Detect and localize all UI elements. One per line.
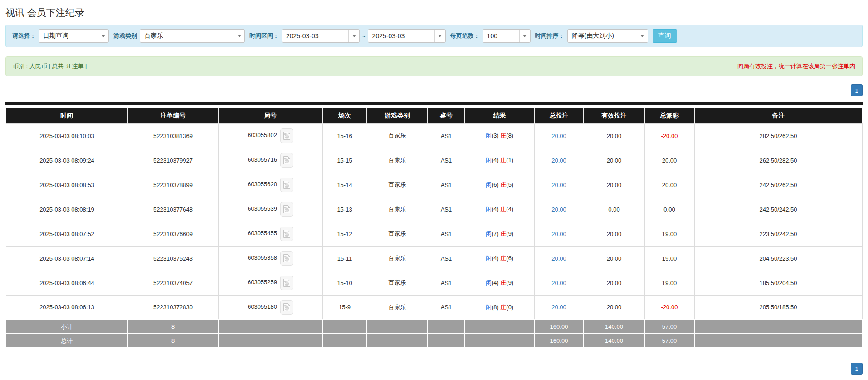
video-record-icon[interactable] bbox=[280, 128, 293, 143]
chevron-down-icon[interactable] bbox=[98, 30, 108, 42]
result-cell: 闲(7) 庄(9) bbox=[465, 222, 534, 246]
valid-bet-cell: 20.00 bbox=[584, 271, 644, 295]
col-header-remark: 备注 bbox=[694, 108, 862, 123]
banker-result: 庄 bbox=[500, 157, 506, 163]
total-bet-cell: 20.00 bbox=[534, 222, 584, 246]
remark-cell: 282.50/262.50 bbox=[694, 123, 862, 148]
valid-bet-cell: 20.00 bbox=[584, 173, 644, 197]
valid-bet-cell: 20.00 bbox=[584, 222, 644, 246]
result-cell: 闲(4) 庄(9) bbox=[465, 271, 534, 295]
total-bet-link[interactable]: 20.00 bbox=[551, 255, 566, 262]
col-header-bet-no: 注单编号 bbox=[128, 108, 218, 123]
table-row: 2025-03-03 08:06:44522310374057603055259… bbox=[6, 271, 862, 295]
video-record-icon[interactable] bbox=[280, 251, 293, 266]
subtotal-payout: 57.00 bbox=[644, 320, 694, 334]
session-cell: 15-11 bbox=[322, 246, 367, 271]
game-category-label: 游戏类别 bbox=[113, 32, 137, 40]
bet-number-cell: 522310372830 bbox=[128, 295, 218, 320]
remark-cell: 242.50/262.50 bbox=[694, 173, 862, 197]
session-cell: 15-14 bbox=[322, 173, 367, 197]
session-cell: 15-10 bbox=[322, 271, 367, 295]
time-cell: 2025-03-03 08:08:53 bbox=[6, 173, 128, 197]
round-number-cell: 603055358 bbox=[218, 246, 322, 271]
player-result: 闲 bbox=[486, 230, 492, 237]
col-header-result: 结果 bbox=[465, 108, 534, 123]
banker-result: 庄 bbox=[500, 279, 506, 286]
player-result: 闲 bbox=[486, 132, 492, 139]
session-cell: 15-12 bbox=[322, 222, 367, 246]
game-category-cell: 百家乐 bbox=[367, 173, 428, 197]
round-number-cell: 603055259 bbox=[218, 271, 322, 295]
col-header-session: 场次 bbox=[322, 108, 367, 123]
round-number-cell: 603055802 bbox=[218, 123, 322, 148]
total-bet-cell: 20.00 bbox=[534, 173, 584, 197]
total-bet-link[interactable]: 20.00 bbox=[551, 280, 566, 286]
subtotal-row: 小计 8 160.00 140.00 57.00 bbox=[6, 320, 862, 334]
total-bet-link[interactable]: 20.00 bbox=[551, 206, 566, 213]
total-bet-link[interactable]: 20.00 bbox=[551, 304, 566, 311]
chevron-down-icon[interactable] bbox=[434, 30, 445, 42]
pagination-bottom: 1 bbox=[5, 363, 863, 375]
summary-note-text: 同局有效投注，统一计算在该局第一张注单内 bbox=[737, 62, 855, 70]
table-number-cell: AS1 bbox=[428, 197, 465, 222]
video-record-icon[interactable] bbox=[280, 153, 293, 168]
result-cell: 闲(4) 庄(4) bbox=[465, 197, 534, 222]
time-sort-label: 时间排序： bbox=[535, 32, 565, 40]
table-row: 2025-03-03 08:10:03522310381369603055802… bbox=[6, 123, 862, 148]
remark-cell: 242.50/242.50 bbox=[694, 197, 862, 222]
total-bet-link[interactable]: 20.00 bbox=[551, 157, 566, 164]
bet-number-cell: 522310381369 bbox=[128, 123, 218, 148]
player-result: 闲 bbox=[486, 206, 492, 212]
video-record-icon[interactable] bbox=[280, 202, 293, 217]
game-category-cell: 百家乐 bbox=[367, 222, 428, 246]
total-bet-cell: 20.00 bbox=[534, 246, 584, 271]
page-1-button[interactable]: 1 bbox=[851, 363, 863, 375]
query-type-select[interactable]: 日期查询 bbox=[39, 29, 109, 43]
session-cell: 15-9 bbox=[322, 295, 367, 320]
result-cell: 闲(8) 庄(0) bbox=[465, 295, 534, 320]
video-record-icon[interactable] bbox=[280, 178, 293, 192]
banker-result: 庄 bbox=[500, 304, 506, 311]
total-bet-link[interactable]: 20.00 bbox=[551, 133, 566, 139]
round-number-cell: 603055455 bbox=[218, 222, 322, 246]
col-header-total-bet: 总投注 bbox=[534, 108, 584, 123]
game-category-select[interactable]: 百家乐 bbox=[140, 29, 245, 43]
chevron-down-icon[interactable] bbox=[234, 30, 244, 42]
page-1-button[interactable]: 1 bbox=[851, 84, 863, 96]
video-record-icon[interactable] bbox=[280, 300, 293, 315]
total-payout: 57.00 bbox=[644, 334, 694, 348]
bet-number-cell: 522310376609 bbox=[128, 222, 218, 246]
total-bet-cell: 20.00 bbox=[534, 123, 584, 148]
per-page-select[interactable]: 100 bbox=[483, 29, 531, 43]
video-record-icon[interactable] bbox=[280, 227, 293, 241]
col-header-table-no: 桌号 bbox=[428, 108, 465, 123]
time-cell: 2025-03-03 08:07:14 bbox=[6, 246, 128, 271]
table-row: 2025-03-03 08:08:53522310378899603055620… bbox=[6, 173, 862, 197]
date-to-value: 2025-03-03 bbox=[368, 30, 434, 42]
total-bet-link[interactable]: 20.00 bbox=[551, 182, 566, 188]
remark-cell: 185.50/204.50 bbox=[694, 271, 862, 295]
query-type-label: 请选择： bbox=[12, 32, 36, 40]
payout-cell: 19.00 bbox=[644, 271, 694, 295]
valid-bet-cell: 20.00 bbox=[584, 148, 644, 173]
query-button[interactable]: 查询 bbox=[653, 29, 677, 43]
valid-bet-cell: 20.00 bbox=[584, 123, 644, 148]
time-sort-select[interactable]: 降幂(由大到小) bbox=[567, 29, 648, 43]
total-bet-link[interactable]: 20.00 bbox=[551, 231, 566, 237]
per-page-label: 每页笔数： bbox=[450, 32, 480, 40]
date-to-select[interactable]: 2025-03-03 bbox=[368, 29, 446, 43]
bet-number-cell: 522310375243 bbox=[128, 246, 218, 271]
chevron-down-icon[interactable] bbox=[519, 30, 530, 42]
video-record-icon[interactable] bbox=[280, 276, 293, 290]
col-header-round-no: 局号 bbox=[218, 108, 322, 123]
chevron-down-icon[interactable] bbox=[348, 30, 359, 42]
date-from-select[interactable]: 2025-03-03 bbox=[282, 29, 360, 43]
round-number-cell: 603055180 bbox=[218, 295, 322, 320]
chevron-down-icon[interactable] bbox=[637, 30, 648, 42]
round-number-cell: 603055620 bbox=[218, 173, 322, 197]
total-bet-cell: 20.00 bbox=[534, 197, 584, 222]
table-row: 2025-03-03 08:09:24522310379927603055716… bbox=[6, 148, 862, 173]
valid-bet-cell: 0.00 bbox=[584, 197, 644, 222]
time-cell: 2025-03-03 08:10:03 bbox=[6, 123, 128, 148]
player-result: 闲 bbox=[486, 157, 492, 163]
